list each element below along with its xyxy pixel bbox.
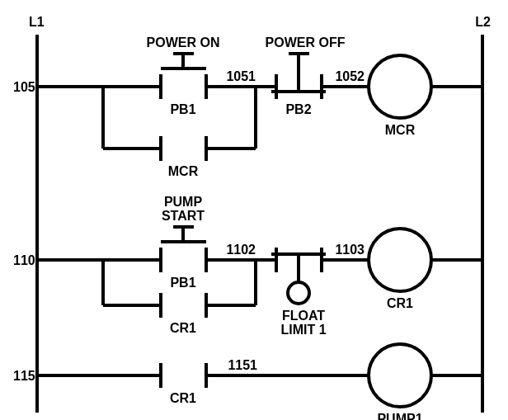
node-1151: 1151 <box>228 358 257 372</box>
float-icon <box>288 282 309 304</box>
label-pb2: PB2 <box>285 102 311 116</box>
label-cr1-contact-110: CR1 <box>170 321 196 335</box>
label-mcr-coil: MCR <box>385 123 416 137</box>
ladder-diagram: L1 L2 105 POWER ON PB1 MCR 1051 POWER OF… <box>8 8 508 420</box>
label-pump-start-2: START <box>162 209 205 223</box>
label-pump1-coil: PUMP1 <box>377 412 422 420</box>
coil-cr1 <box>369 229 431 291</box>
label-pb1-110: PB1 <box>170 276 195 290</box>
label-mcr-contact: MCR <box>168 164 199 178</box>
coil-mcr <box>369 55 431 118</box>
label-cr1-coil: CR1 <box>387 296 413 310</box>
node-1102: 1102 <box>226 243 256 257</box>
rung-num-115: 115 <box>13 369 35 383</box>
node-1051: 1051 <box>226 69 256 83</box>
rung-num-105: 105 <box>13 80 35 94</box>
label-power-on: POWER ON <box>147 35 220 50</box>
node-1052: 1052 <box>335 69 365 83</box>
label-float-2: LIMIT 1 <box>280 323 326 337</box>
rung-num-110: 110 <box>13 253 35 267</box>
node-1103: 1103 <box>335 243 365 257</box>
label-power-off: POWER OFF <box>266 35 346 50</box>
label-pb1-105: PB1 <box>170 102 195 116</box>
rail-label-L1: L1 <box>29 15 45 29</box>
label-cr1-contact-115: CR1 <box>170 391 196 405</box>
rail-label-L2: L2 <box>475 15 491 29</box>
label-pump-start-1: PUMP <box>164 195 203 209</box>
label-float-1: FLOAT <box>282 309 325 323</box>
coil-pump1 <box>369 344 431 407</box>
